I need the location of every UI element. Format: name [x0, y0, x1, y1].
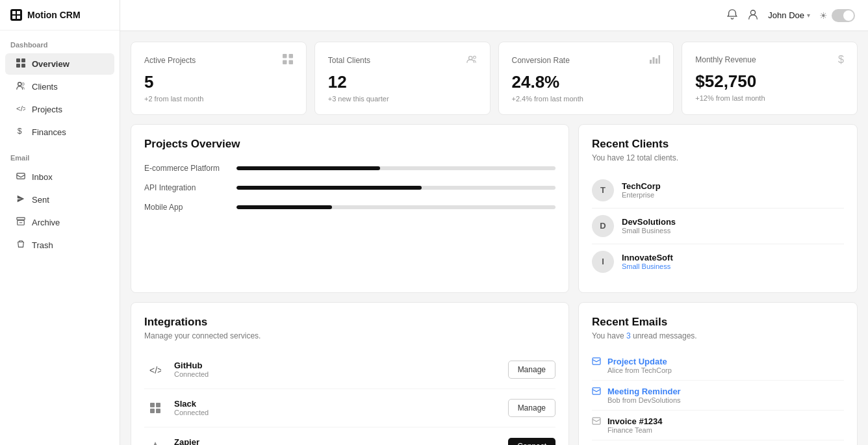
svg-rect-27	[150, 403, 155, 407]
sun-icon: ☀	[819, 10, 828, 21]
svg-rect-25	[659, 55, 661, 64]
slack-manage-button[interactable]: Manage	[508, 399, 555, 417]
integrations-title: Integrations	[144, 316, 555, 329]
sidebar-item-clients-label: Clients	[32, 82, 58, 92]
trash-icon	[16, 240, 26, 251]
progress-fill-api	[236, 186, 422, 190]
svg-rect-28	[156, 403, 160, 407]
finances-icon: $	[16, 127, 26, 138]
svg-rect-7	[21, 64, 25, 68]
client-info-techcorp: TechCorp Enterprise	[622, 181, 661, 199]
sidebar-item-projects[interactable]: </> Projects	[5, 99, 114, 120]
svg-rect-5	[21, 58, 25, 62]
client-avatar-innovatesoft: I	[592, 251, 614, 273]
github-info: GitHub Connected	[174, 361, 500, 378]
monthly-revenue-sub: +12% from last month	[695, 94, 844, 102]
projects-icon: </>	[16, 104, 26, 115]
integration-slack: Slack Connected Manage	[144, 389, 555, 427]
github-name: GitHub	[174, 361, 500, 370]
email-project-update: Project Update Alice from TechCorp	[592, 351, 844, 381]
user-icon[interactable]	[747, 8, 759, 23]
overview-icon	[16, 58, 26, 70]
client-devsolutions: D DevSolutions Small Business	[592, 209, 844, 244]
sidebar-item-trash-label: Trash	[32, 240, 53, 250]
email-icon-project-update	[592, 357, 601, 367]
username-chevron: ▾	[807, 12, 810, 19]
username-text: John Doe	[768, 10, 804, 20]
sidebar-item-finances-label: Finances	[32, 127, 66, 137]
project-row-mobile: Mobile App	[144, 203, 555, 212]
zapier-icon	[144, 435, 166, 445]
sent-icon	[16, 194, 26, 205]
conversion-rate-label: Conversion Rate	[512, 56, 570, 65]
notifications-bell[interactable]	[726, 8, 738, 23]
email-info-meeting-reminder: Meeting Reminder Bob from DevSolutions	[607, 387, 681, 404]
sidebar-item-archive[interactable]: Archive	[5, 212, 114, 233]
project-name-ecommerce: E-commerce Platform	[144, 164, 229, 173]
progress-fill-ecommerce	[236, 166, 380, 170]
stat-card-active-projects: Active Projects 5 +2 from last month	[131, 42, 307, 115]
clients-icon	[16, 81, 26, 92]
email-subject-meeting-reminder: Meeting Reminder	[607, 387, 681, 396]
client-avatar-techcorp: T	[592, 179, 614, 201]
svg-text:</>: </>	[149, 365, 161, 375]
email-meeting-reminder: Meeting Reminder Bob from DevSolutions	[592, 381, 844, 411]
svg-point-8	[18, 83, 21, 86]
email-weekly-report: Weekly Report Team Lead	[592, 440, 844, 445]
username-display[interactable]: John Doe ▾	[768, 10, 810, 20]
sidebar-item-inbox-label: Inbox	[32, 172, 53, 182]
github-manage-button[interactable]: Manage	[508, 361, 555, 379]
sidebar-item-inbox[interactable]: Inbox	[5, 166, 114, 188]
svg-point-20	[468, 57, 472, 60]
project-name-mobile: Mobile App	[144, 203, 229, 212]
content-area: Active Projects 5 +2 from last month Tot…	[120, 31, 868, 445]
row-2: Projects Overview E-commerce Platform AP…	[131, 124, 858, 293]
client-name-techcorp: TechCorp	[622, 181, 661, 191]
svg-rect-18	[283, 60, 287, 65]
svg-rect-32	[593, 387, 600, 394]
theme-toggle[interactable]	[832, 9, 855, 22]
integration-zapier: Zapier Disconnected Connect	[144, 427, 555, 445]
svg-rect-6	[16, 64, 20, 68]
sidebar-item-trash[interactable]: Trash	[5, 235, 114, 256]
slack-name: Slack	[174, 399, 500, 409]
total-clients-icon	[466, 54, 477, 66]
svg-rect-31	[593, 357, 600, 364]
sidebar-item-finances[interactable]: $ Finances	[5, 121, 114, 143]
sidebar-item-sent[interactable]: Sent	[5, 189, 114, 210]
svg-rect-16	[283, 54, 287, 58]
sidebar-item-sent-label: Sent	[32, 195, 49, 205]
progress-bg-api	[236, 186, 555, 190]
client-type-innovatesoft: Small Business	[622, 262, 673, 270]
sidebar-item-archive-label: Archive	[32, 218, 60, 227]
sidebar-item-overview[interactable]: Overview	[5, 53, 114, 75]
conversion-rate-icon	[650, 54, 660, 66]
projects-overview-card: Projects Overview E-commerce Platform AP…	[131, 124, 569, 293]
zapier-name: Zapier	[174, 437, 500, 445]
total-clients-value: 12	[328, 73, 477, 92]
monthly-revenue-icon: $	[838, 54, 844, 66]
progress-bg-mobile	[236, 205, 555, 209]
sidebar-item-clients[interactable]: Clients	[5, 76, 114, 97]
slack-status: Connected	[174, 409, 500, 416]
email-info-invoice: Invoice #1234 Finance Team	[607, 416, 663, 434]
topbar: John Doe ▾ ☀	[120, 0, 868, 31]
stat-card-conversion-rate-header: Conversion Rate	[512, 54, 661, 66]
inbox-icon	[16, 172, 26, 183]
recent-emails-card: Recent Emails You have 3 unread messages…	[578, 302, 858, 445]
email-from-invoice: Finance Team	[607, 426, 663, 434]
email-from-meeting-reminder: Bob from DevSolutions	[607, 396, 681, 404]
conversion-rate-sub: +2.4% from last month	[512, 95, 661, 103]
svg-text:$: $	[18, 127, 22, 136]
client-info-innovatesoft: InnovateSoft Small Business	[622, 253, 673, 270]
stat-cards-row: Active Projects 5 +2 from last month Tot…	[131, 42, 858, 115]
svg-rect-2	[12, 16, 16, 19]
email-subject-invoice: Invoice #1234	[607, 416, 663, 426]
recent-clients-sub: You have 12 total clients.	[592, 153, 844, 162]
zapier-connect-button[interactable]: Connect	[508, 438, 555, 445]
svg-rect-0	[12, 11, 16, 14]
integrations-card: Integrations Manage your connected servi…	[131, 302, 569, 445]
projects-overview-title: Projects Overview	[144, 138, 555, 151]
svg-rect-17	[288, 54, 293, 58]
row-3: Integrations Manage your connected servi…	[131, 302, 858, 445]
